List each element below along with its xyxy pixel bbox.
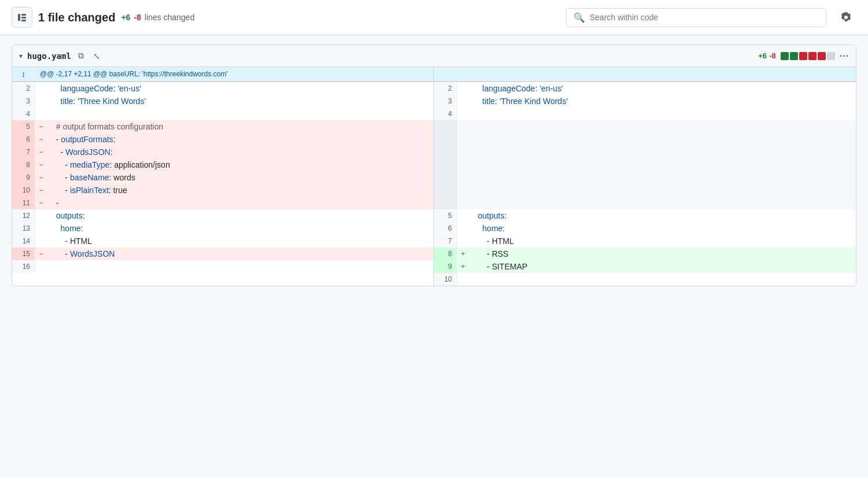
more-options-button[interactable]: ··· xyxy=(840,51,849,61)
hunk-expand-icon-right[interactable] xyxy=(434,68,457,80)
file-header-right: +6 -8 ··· xyxy=(758,51,849,61)
hunk-expand-icon-left[interactable]: ↕ xyxy=(12,68,35,80)
copy-icon[interactable]: ⧉ xyxy=(76,50,86,62)
left-line-num-6: 6 xyxy=(12,133,35,146)
deletions-count: -8 xyxy=(134,13,141,22)
right-empty-code-5 xyxy=(469,171,856,184)
right-empty-num-2 xyxy=(434,133,457,146)
right-marker-9: + xyxy=(457,260,469,273)
right-empty-marker-7 xyxy=(457,197,469,209)
right-empty-6 xyxy=(434,184,856,197)
left-line-num-15: 15 xyxy=(12,247,35,260)
left-marker-14 xyxy=(35,235,47,247)
left-line-num-2: 2 xyxy=(12,82,35,95)
search-icon: 🔍 xyxy=(573,12,585,23)
right-line-10: 10 xyxy=(434,273,856,286)
right-marker-6 xyxy=(457,222,469,235)
right-empty-num-6 xyxy=(434,184,457,197)
search-box[interactable]: 🔍 xyxy=(566,8,826,27)
left-code-8: - mediaType: application/json xyxy=(47,158,433,171)
left-line-num-13: 13 xyxy=(12,222,35,235)
diff-blocks-visual xyxy=(781,52,835,60)
right-line-num-2: 2 xyxy=(434,82,457,95)
right-empty-code-1 xyxy=(469,120,856,133)
stats-label: lines changed xyxy=(145,13,194,22)
svg-rect-1 xyxy=(21,14,26,16)
header: 1 file changed +6 -8 lines changed 🔍 xyxy=(0,0,868,35)
right-empty-num-4 xyxy=(434,158,457,171)
right-code-10 xyxy=(469,273,856,286)
left-line-10: 10 − - isPlainText: true xyxy=(12,184,433,197)
right-empty-marker-3 xyxy=(457,146,469,158)
sidebar-toggle-button[interactable] xyxy=(12,7,32,28)
search-input[interactable] xyxy=(590,13,819,22)
left-line-7: 7 − - WordsJSON: xyxy=(12,146,433,158)
right-empty-num-5 xyxy=(434,171,457,184)
file-diff-stats: +6 -8 xyxy=(758,51,775,60)
right-empty-1 xyxy=(434,120,856,133)
hunk-header-right xyxy=(434,67,856,81)
left-code-3: title: 'Three Kind Words' xyxy=(47,95,433,108)
hunk-info-left: @@ -2,17 +2,11 @@ baseURL: 'https://thre… xyxy=(35,68,232,80)
left-marker-15: − xyxy=(35,247,47,260)
left-code-12: outputs: xyxy=(47,209,433,222)
left-line-num-10: 10 xyxy=(12,184,35,197)
right-marker-4 xyxy=(457,108,469,120)
right-empty-marker-6 xyxy=(457,184,469,197)
left-code-16 xyxy=(47,260,433,273)
left-code-5: # output formats configuration xyxy=(47,120,433,133)
left-marker-9: − xyxy=(35,171,47,184)
right-marker-8: + xyxy=(457,247,469,260)
right-empty-marker-2 xyxy=(457,133,469,146)
right-line-7: 7 - HTML xyxy=(434,235,856,247)
left-line-12: 12 outputs: xyxy=(12,209,433,222)
left-code-4 xyxy=(47,108,433,120)
left-code-10: - isPlainText: true xyxy=(47,184,433,197)
left-marker-7: − xyxy=(35,146,47,158)
right-marker-7 xyxy=(457,235,469,247)
left-line-13: 13 home: xyxy=(12,222,433,235)
left-line-15: 15 − - WordsJSON xyxy=(12,247,433,260)
right-code-2: languageCode: 'en-us' xyxy=(469,82,856,95)
left-marker-6: − xyxy=(35,133,47,146)
hunk-header-left: ↕ @@ -2,17 +2,11 @@ baseURL: 'https://th… xyxy=(12,67,434,81)
diff-block-1 xyxy=(781,52,789,60)
diff-block-2 xyxy=(790,52,798,60)
svg-rect-3 xyxy=(21,20,26,21)
left-line-11: 11 − - xyxy=(12,197,433,209)
settings-button[interactable] xyxy=(836,7,856,28)
right-code-8: - RSS xyxy=(469,247,856,260)
diff-block-5 xyxy=(818,52,826,60)
file-additions: +6 xyxy=(758,51,767,60)
right-line-num-5: 5 xyxy=(434,209,457,222)
right-line-9: 9 + - SITEMAP xyxy=(434,260,856,273)
left-line-num-4: 4 xyxy=(12,108,35,120)
main-content: ▾ hugo.yaml ⧉ ⤡ +6 -8 ··· xyxy=(0,35,868,295)
diff-split-view: 2 languageCode: 'en-us' 3 title: 'Three … xyxy=(12,82,856,286)
right-empty-marker-4 xyxy=(457,158,469,171)
right-empty-3 xyxy=(434,146,856,158)
left-marker-4 xyxy=(35,108,47,120)
right-empty-num-1 xyxy=(434,120,457,133)
right-empty-7 xyxy=(434,197,856,209)
left-line-num-3: 3 xyxy=(12,95,35,108)
left-code-15: - WordsJSON xyxy=(47,247,433,260)
right-line-num-8: 8 xyxy=(434,247,457,260)
svg-rect-2 xyxy=(21,17,26,19)
file-header: ▾ hugo.yaml ⧉ ⤡ +6 -8 ··· xyxy=(12,45,856,67)
left-marker-13 xyxy=(35,222,47,235)
right-empty-code-6 xyxy=(469,184,856,197)
right-empty-num-7 xyxy=(434,197,457,209)
right-line-num-4: 4 xyxy=(434,108,457,120)
diff-right-side: 2 languageCode: 'en-us' 3 title: 'Three … xyxy=(434,82,856,286)
right-marker-2 xyxy=(457,82,469,95)
left-line-num-5: 5 xyxy=(12,120,35,133)
change-stats: +6 -8 lines changed xyxy=(121,13,194,22)
left-line-num-11: 11 xyxy=(12,197,35,209)
right-line-2: 2 languageCode: 'en-us' xyxy=(434,82,856,95)
left-marker-10: − xyxy=(35,184,47,197)
expand-icon[interactable]: ⤡ xyxy=(91,50,102,62)
left-line-2: 2 languageCode: 'en-us' xyxy=(12,82,433,95)
collapse-icon[interactable]: ▾ xyxy=(19,52,23,60)
hunk-info-right xyxy=(457,68,466,80)
